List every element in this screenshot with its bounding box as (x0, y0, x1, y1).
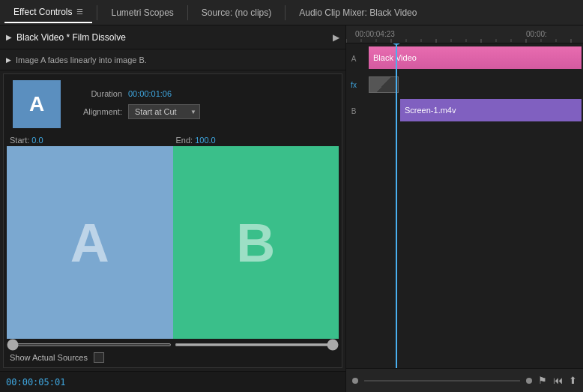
scroll-track (364, 380, 520, 382)
end-label: End: 100.0 (173, 134, 339, 146)
slider-end-wrap (175, 343, 339, 346)
timeline-ruler: 00:00:04:23 00:00: (346, 25, 583, 43)
alignment-row: Alignment: Center at Cut Start at Cut En… (70, 104, 333, 119)
export-icon[interactable]: ⬆ (569, 375, 577, 386)
clip-screen[interactable]: Screen-1.m4v (400, 99, 582, 121)
left-panel: ▶ Black Video * Film Dissolve ▶ ▶ Image … (0, 25, 346, 392)
preview-a-letter: A (70, 212, 109, 274)
tab-divider-2 (187, 5, 188, 20)
scroll-dot-right[interactable] (526, 378, 532, 384)
controls-row: A Duration 00:00:01:06 Alignment: Center… (4, 74, 342, 134)
fx-row: fx (346, 73, 583, 96)
description-text: Image A fades linearly into image B. (16, 55, 147, 64)
show-sources-checkbox[interactable] (94, 352, 104, 363)
alignment-label: Alignment: (70, 107, 122, 116)
timeline-icons: ⚑ ⏮ ⬆ (538, 375, 577, 386)
track-a-label: A (346, 55, 361, 63)
show-sources-label: Show Actual Sources (10, 353, 88, 362)
alignment-select-wrapper: Center at Cut Start at Cut End at Cut Cu… (128, 104, 200, 119)
playhead[interactable] (396, 43, 397, 368)
track-a-area: Black Video (361, 43, 583, 73)
tab-audio-label: Audio Clip Mixer: Black Video (299, 7, 417, 18)
clip-screen-name: Screen-1.m4v (405, 106, 456, 115)
preview-row: A B (4, 146, 342, 342)
preview-b: B (173, 146, 339, 339)
effect-content: A Duration 00:00:01:06 Alignment: Center… (3, 73, 342, 368)
tab-source[interactable]: Source: (no clips) (193, 2, 280, 23)
filter-icon[interactable]: ⚑ (538, 375, 547, 386)
right-panel: 00:00:04:23 00:00: (346, 25, 583, 392)
fx-transition[interactable] (369, 76, 399, 93)
clip-title-bar: ▶ Black Video * Film Dissolve ▶ (0, 25, 345, 49)
expand-icon[interactable]: ▶ (333, 32, 339, 43)
fx-label: fx (346, 81, 361, 89)
current-timecode[interactable]: 00:00:05:01 (6, 377, 65, 388)
main-layout: ▶ Black Video * Film Dissolve ▶ ▶ Image … (0, 25, 583, 392)
duration-label: Duration (70, 89, 122, 98)
preview-a: A (7, 146, 173, 339)
track-b-label: B (346, 107, 361, 115)
scroll-dot-left[interactable] (352, 378, 358, 384)
slider-start[interactable] (7, 343, 172, 346)
preview-b-letter: B (236, 212, 275, 274)
preview-labels: Start: 0.0 End: 100.0 (4, 134, 342, 146)
ruler-content: 00:00:04:23 00:00: (346, 25, 583, 43)
prev-frame-icon[interactable]: ⏮ (553, 375, 563, 386)
timeline-bottom: ⚑ ⏮ ⬆ (346, 368, 583, 392)
tab-lumetri-label: Lumetri Scopes (111, 7, 173, 18)
start-value: 0.0 (31, 136, 43, 145)
timeline-scroll (352, 378, 532, 384)
track-b-area: Screen-1.m4v (361, 96, 583, 126)
description-bar: ▶ Image A fades linearly into image B. (0, 49, 345, 70)
alignment-select[interactable]: Center at Cut Start at Cut End at Cut Cu… (128, 104, 200, 119)
track-b-row: B Screen-1.m4v (346, 96, 583, 126)
ruler-tick-start: 00:00:04:23 (355, 30, 395, 38)
tab-lumetri-scopes[interactable]: Lumetri Scopes (102, 2, 182, 23)
track-a-row: A Black Video (346, 43, 583, 73)
ruler-tick-end: 00:00: (526, 30, 547, 38)
slider-end[interactable] (175, 343, 339, 346)
slider-start-wrap (7, 343, 172, 346)
end-value: 100.0 (195, 136, 216, 145)
fx-area (361, 73, 583, 96)
timeline-tracks: A Black Video fx B Screen-1 (346, 43, 583, 368)
bottom-bar: 00:00:05:01 (0, 371, 345, 392)
tab-effect-controls-label: Effect Controls (13, 7, 72, 17)
start-label: Start: 0.0 (7, 134, 173, 146)
tab-menu-icon[interactable]: ☰ (76, 7, 83, 16)
sliders-row (4, 342, 342, 348)
duration-value[interactable]: 00:00:01:06 (128, 89, 172, 98)
clip-black-video[interactable]: Black Video (369, 46, 582, 69)
tab-divider-3 (285, 5, 286, 20)
letter-a: A (29, 92, 44, 116)
tab-audio-mixer[interactable]: Audio Clip Mixer: Black Video (290, 2, 426, 23)
desc-play-icon: ▶ (6, 56, 11, 64)
clip-title: Black Video * Film Dissolve (16, 32, 333, 43)
duration-row: Duration 00:00:01:06 (70, 89, 333, 98)
sources-row: Show Actual Sources (4, 348, 342, 367)
params-area: Duration 00:00:01:06 Alignment: Center a… (70, 89, 333, 119)
clip-black-video-name: Black Video (373, 53, 417, 62)
play-button[interactable]: ▶ (6, 33, 12, 41)
tab-divider-1 (97, 5, 97, 20)
tab-bar: Effect Controls ☰ Lumetri Scopes Source:… (0, 0, 583, 25)
letter-a-box: A (13, 80, 61, 128)
tab-source-label: Source: (no clips) (202, 7, 271, 18)
tab-effect-controls[interactable]: Effect Controls ☰ (4, 2, 92, 23)
